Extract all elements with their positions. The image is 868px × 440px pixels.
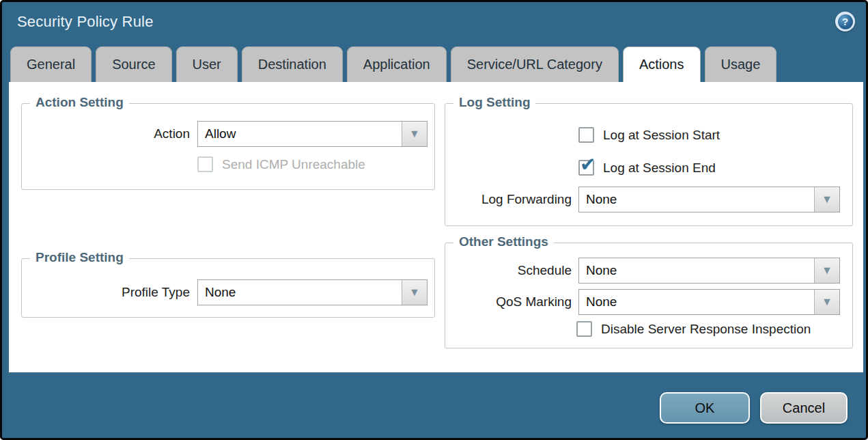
qos-marking-dropdown-button[interactable]: ▼ xyxy=(814,290,839,314)
schedule-dropdown[interactable]: None ▼ xyxy=(578,258,840,284)
tab-user[interactable]: User xyxy=(176,46,238,82)
tab-bar: General Source User Destination Applicat… xyxy=(10,46,776,82)
tab-source[interactable]: Source xyxy=(96,46,171,82)
log-at-session-start-label: Log at Session Start xyxy=(603,128,720,143)
qos-marking-label: QoS Marking xyxy=(445,294,572,310)
profile-type-dropdown-value: None xyxy=(198,280,402,305)
profile-type-row: Profile Type None ▼ xyxy=(22,279,434,305)
profile-type-dropdown[interactable]: None ▼ xyxy=(197,279,428,305)
action-row: Action Allow ▼ xyxy=(22,121,434,147)
action-dropdown-button[interactable]: ▼ xyxy=(402,122,427,146)
log-session-end-row: ✔ Log at Session End xyxy=(578,160,716,176)
log-setting-group: Log Setting Log at Session Start ✔ Log a… xyxy=(445,103,853,226)
action-setting-group: Action Setting Action Allow ▼ Send ICMP … xyxy=(21,103,435,190)
help-button[interactable]: ? xyxy=(835,12,855,31)
chevron-down-icon: ▼ xyxy=(822,194,832,205)
tab-usage[interactable]: Usage xyxy=(705,46,777,82)
profile-setting-legend: Profile Setting xyxy=(30,250,129,265)
disable-server-response-inspection-checkbox[interactable] xyxy=(576,321,592,337)
tab-service-url-category[interactable]: Service/URL Category xyxy=(451,46,619,82)
log-forwarding-dropdown-button[interactable]: ▼ xyxy=(814,187,839,212)
schedule-label: Schedule xyxy=(445,263,572,278)
tab-actions[interactable]: Actions xyxy=(623,46,701,82)
chevron-down-icon: ▼ xyxy=(822,297,832,307)
profile-type-dropdown-button[interactable]: ▼ xyxy=(402,280,427,305)
log-forwarding-row: Log Forwarding None ▼ xyxy=(445,187,852,212)
log-forwarding-dropdown-value: None xyxy=(579,187,814,212)
ok-button[interactable]: OK xyxy=(660,392,750,424)
tab-destination[interactable]: Destination xyxy=(242,46,343,82)
action-dropdown[interactable]: Allow ▼ xyxy=(197,121,428,147)
qos-marking-row: QoS Marking None ▼ xyxy=(445,289,852,315)
schedule-row: Schedule None ▼ xyxy=(445,258,852,284)
schedule-dropdown-value: None xyxy=(579,258,814,283)
disable-server-response-inspection-label: Disable Server Response Inspection xyxy=(601,322,811,337)
checkmark-icon: ✔ xyxy=(580,155,596,174)
action-dropdown-value: Allow xyxy=(198,122,402,146)
send-icmp-row: Send ICMP Unreachable xyxy=(197,156,365,172)
log-at-session-end-checkbox[interactable]: ✔ xyxy=(578,160,594,176)
actions-tab-panel: Action Setting Action Allow ▼ Send ICMP … xyxy=(9,82,863,372)
security-policy-rule-dialog: Security Policy Rule ? General Source Us… xyxy=(0,0,868,440)
qos-marking-dropdown-value: None xyxy=(579,290,814,314)
profile-setting-group: Profile Setting Profile Type None ▼ xyxy=(21,258,435,318)
help-icon: ? xyxy=(838,14,853,29)
chevron-down-icon: ▼ xyxy=(409,287,420,298)
cancel-button[interactable]: Cancel xyxy=(760,392,848,424)
chevron-down-icon: ▼ xyxy=(822,265,832,276)
log-forwarding-label: Log Forwarding xyxy=(445,192,572,207)
send-icmp-unreachable-label: Send ICMP Unreachable xyxy=(222,157,365,172)
tab-application[interactable]: Application xyxy=(347,46,447,82)
action-setting-legend: Action Setting xyxy=(30,95,129,110)
chevron-down-icon: ▼ xyxy=(409,128,420,139)
log-at-session-end-label: Log at Session End xyxy=(603,161,716,176)
log-setting-legend: Log Setting xyxy=(453,95,535,110)
qos-marking-dropdown[interactable]: None ▼ xyxy=(578,289,840,315)
schedule-dropdown-button[interactable]: ▼ xyxy=(814,258,839,283)
log-forwarding-dropdown[interactable]: None ▼ xyxy=(578,187,840,212)
other-settings-legend: Other Settings xyxy=(453,234,554,249)
send-icmp-unreachable-checkbox xyxy=(197,156,213,172)
dialog-title: Security Policy Rule xyxy=(17,13,154,31)
other-settings-group: Other Settings Schedule None ▼ QoS Marki… xyxy=(445,243,853,348)
profile-type-label: Profile Type xyxy=(22,285,190,300)
log-session-start-row: Log at Session Start xyxy=(578,127,720,143)
dsri-row: Disable Server Response Inspection xyxy=(576,321,811,337)
tab-general[interactable]: General xyxy=(10,46,92,82)
action-label: Action xyxy=(22,126,190,141)
log-at-session-start-checkbox[interactable] xyxy=(578,127,594,143)
